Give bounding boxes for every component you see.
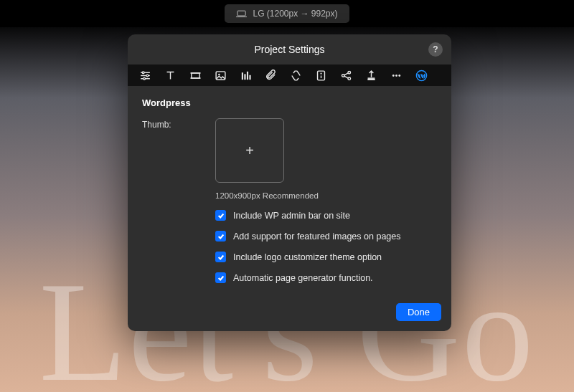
tab-columns[interactable] xyxy=(235,65,255,85)
tab-attachment[interactable] xyxy=(260,65,281,85)
check-logo-customizer[interactable]: Include logo customizer theme option xyxy=(215,252,437,262)
help-button[interactable]: ? xyxy=(428,42,443,57)
check-label: Include logo customizer theme option xyxy=(233,252,382,262)
check-featured-images[interactable]: Add support for featured images on pages xyxy=(215,231,437,242)
svg-point-26 xyxy=(392,75,394,77)
thumb-field: Thumb: + xyxy=(142,118,437,183)
crop-icon xyxy=(189,70,202,82)
share-icon xyxy=(340,70,352,82)
svg-rect-13 xyxy=(241,72,243,80)
info-icon xyxy=(315,70,327,82)
plus-icon: + xyxy=(245,143,254,159)
svg-point-5 xyxy=(142,71,144,73)
thumb-label: Thumb: xyxy=(142,118,207,130)
svg-rect-14 xyxy=(244,74,245,80)
modal-title: Project Settings xyxy=(254,44,324,55)
thumb-upload-box[interactable]: + xyxy=(215,118,284,183)
check-icon xyxy=(217,254,225,261)
project-settings-modal: Project Settings ? xyxy=(128,34,451,331)
tab-share[interactable] xyxy=(336,65,356,85)
more-icon xyxy=(390,70,403,82)
upload-icon xyxy=(365,70,377,82)
top-bar: LG (1200px → 992px) xyxy=(0,0,574,27)
check-label: Add support for featured images on pages xyxy=(233,231,400,242)
wordpress-icon xyxy=(415,70,428,82)
recycle-icon xyxy=(290,70,302,82)
svg-point-6 xyxy=(146,75,148,77)
modal-body: Wordpress Thumb: + 1200x900px Recommende… xyxy=(128,86,451,296)
done-button[interactable]: Done xyxy=(396,303,441,321)
breakpoint-label: LG (1200px → 992px) xyxy=(253,9,337,19)
check-label: Include WP admin bar on site xyxy=(233,211,350,221)
svg-point-7 xyxy=(143,77,145,80)
check-wp-admin-bar[interactable]: Include WP admin bar on site xyxy=(215,210,437,221)
check-page-generator[interactable]: Automatic page generator function. xyxy=(215,272,437,283)
svg-rect-8 xyxy=(191,72,199,77)
tab-info[interactable] xyxy=(311,65,331,85)
svg-line-24 xyxy=(344,76,348,78)
svg-point-12 xyxy=(218,73,220,75)
svg-rect-0 xyxy=(237,11,245,16)
check-icon xyxy=(217,212,225,219)
check-icon xyxy=(217,233,225,240)
checkbox[interactable] xyxy=(215,231,226,242)
sliders-icon xyxy=(139,70,151,82)
tab-sliders[interactable] xyxy=(135,65,155,85)
checkbox[interactable] xyxy=(215,210,226,221)
tab-image[interactable] xyxy=(210,65,230,85)
modal-footer: Done xyxy=(128,296,451,331)
tab-more[interactable] xyxy=(386,65,406,85)
image-icon xyxy=(215,70,227,82)
options-list: Include WP admin bar on site Add support… xyxy=(215,210,437,283)
modal-header: Project Settings ? xyxy=(128,34,451,64)
checkbox[interactable] xyxy=(215,272,226,283)
thumb-hint: 1200x900px Recommended xyxy=(215,191,437,200)
svg-rect-15 xyxy=(246,71,248,79)
svg-point-28 xyxy=(398,75,400,77)
svg-rect-16 xyxy=(249,75,250,79)
svg-point-27 xyxy=(395,75,397,77)
svg-line-23 xyxy=(344,72,348,75)
columns-icon xyxy=(240,70,252,82)
tab-text[interactable] xyxy=(160,65,180,85)
svg-rect-25 xyxy=(367,77,375,80)
checkbox[interactable] xyxy=(215,252,226,262)
check-label: Automatic page generator function. xyxy=(233,273,373,283)
tab-recycle[interactable] xyxy=(286,65,306,85)
text-icon xyxy=(164,70,177,82)
tab-upload[interactable] xyxy=(361,65,381,85)
tab-crop[interactable] xyxy=(185,65,205,85)
check-icon xyxy=(217,274,225,282)
tab-wordpress[interactable] xyxy=(411,65,431,85)
settings-tabstrip xyxy=(128,64,451,86)
laptop-icon xyxy=(236,10,247,18)
breakpoint-selector[interactable]: LG (1200px → 992px) xyxy=(225,4,349,23)
paperclip-icon xyxy=(265,70,277,82)
section-title: Wordpress xyxy=(142,97,437,108)
